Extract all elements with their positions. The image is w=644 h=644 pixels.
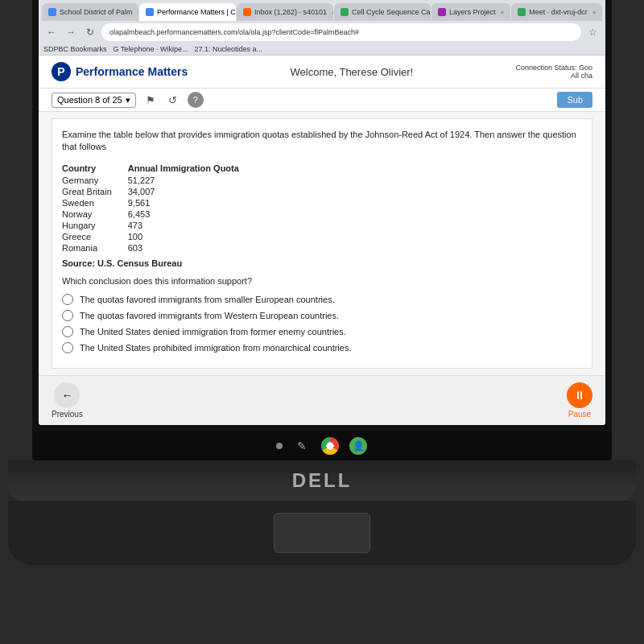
- tab-inbox[interactable]: Inbox (1,262) · s40101 ×: [237, 3, 333, 21]
- address-input[interactable]: [101, 23, 581, 41]
- radio-button-c[interactable]: [62, 326, 73, 337]
- pause-icon: ⏸: [567, 382, 592, 408]
- bookmark-nucleotides[interactable]: 27.1: Nucleotides a...: [194, 45, 262, 53]
- connection-status: Connection Status: Goo All cha: [515, 64, 592, 80]
- radio-button-d[interactable]: [62, 342, 73, 353]
- answer-option-b[interactable]: The quotas favored immigrants from Weste…: [62, 310, 582, 321]
- refresh-icon[interactable]: ↺: [165, 92, 181, 108]
- country-cell: Hungary: [62, 220, 128, 231]
- tab-layers[interactable]: Layers Project ×: [431, 3, 510, 21]
- tab-label-school: School District of Palm: [60, 8, 133, 16]
- tab-close-inbox[interactable]: ×: [332, 9, 333, 16]
- screen-bezel: School District of Palm × Performance Ma…: [32, 0, 612, 431]
- help-button[interactable]: ?: [188, 92, 204, 108]
- quota-cell: 9,561: [128, 197, 255, 208]
- table-row: Sweden9,561: [62, 197, 255, 208]
- bookmark-star[interactable]: ☆: [584, 24, 601, 40]
- pause-button[interactable]: ⏸ Pause: [567, 382, 592, 419]
- connection-status-text: Connection Status: Goo: [515, 64, 592, 72]
- forward-button[interactable]: →: [63, 24, 79, 40]
- taskbar-system-dot: [276, 443, 283, 449]
- tab-favicon-layers: [438, 8, 446, 16]
- answer-label-d: The United States prohibited immigration…: [80, 343, 351, 353]
- tab-close-school[interactable]: ×: [138, 9, 138, 16]
- reload-button[interactable]: ↻: [82, 24, 98, 40]
- answer-options: The quotas favored immigrants from small…: [62, 294, 582, 353]
- address-bar-row: ← → ↻ ☆: [39, 21, 605, 43]
- browser-ui: School District of Palm × Performance Ma…: [39, 0, 605, 56]
- radio-button-b[interactable]: [62, 310, 73, 321]
- tab-close-meet[interactable]: ×: [592, 9, 597, 16]
- answer-label-a: The quotas favored immigrants from small…: [80, 295, 335, 304]
- question-area: Examine the table below that provides im…: [52, 118, 592, 369]
- back-button[interactable]: ←: [43, 24, 60, 40]
- bookmarks-bar: SDPBC Bookmarks G Telephone · Wikipe... …: [39, 43, 605, 56]
- pm-header: P Performance Matters Welcome, Therese O…: [39, 56, 605, 89]
- table-row: Greece100: [62, 231, 255, 242]
- pm-logo-letter: P: [57, 65, 64, 78]
- table-row: Germany51,227: [62, 175, 255, 186]
- source-text: Source: U.S. Census Bureau: [62, 258, 582, 268]
- tab-label-meet: Meet · dxt-vruj-dcr: [529, 8, 588, 16]
- country-cell: Norway: [62, 208, 128, 220]
- bookmark-sdpbc[interactable]: SDPBC Bookmarks: [43, 45, 107, 53]
- question-intro: Examine the table below that provides im…: [62, 129, 582, 154]
- pm-logo: P Performance Matters: [52, 62, 188, 81]
- immigration-table: Country Annual Immigration Quota Germany…: [62, 162, 255, 254]
- answer-label-b: The quotas favored immigrants from Weste…: [80, 311, 339, 320]
- previous-button[interactable]: ← Previous: [52, 382, 83, 419]
- country-cell: Romania: [62, 242, 128, 254]
- bookmark-telephone-label: G Telephone · Wikipe...: [114, 45, 188, 53]
- tab-close-layers[interactable]: ×: [501, 9, 505, 16]
- quota-cell: 6,453: [128, 208, 255, 220]
- taskbar-user-icon[interactable]: 👤: [349, 436, 368, 456]
- previous-label: Previous: [52, 410, 83, 419]
- col-header-country: Country: [62, 162, 128, 175]
- quota-cell: 473: [128, 220, 255, 231]
- table-row: Hungary473: [62, 220, 255, 231]
- keyboard-area: [8, 501, 636, 565]
- dell-logo: DELL: [292, 469, 353, 492]
- question-selector[interactable]: Question 8 of 25 ▾: [52, 93, 136, 108]
- answer-label-c: The United States denied immigration fro…: [80, 327, 346, 336]
- flag-icon[interactable]: ⚑: [142, 92, 159, 108]
- country-cell: Greece: [62, 231, 128, 242]
- col-header-quota: Annual Immigration Quota: [128, 162, 255, 175]
- answer-option-a[interactable]: The quotas favored immigrants from small…: [62, 294, 582, 305]
- table-row: Great Britain34,007: [62, 186, 255, 197]
- all-changes-text: All cha: [515, 72, 592, 80]
- pm-logo-icon: P: [52, 62, 71, 81]
- question-selector-label: Question 8 of 25: [57, 95, 122, 105]
- answer-option-c[interactable]: The United States denied immigration fro…: [62, 326, 582, 337]
- tab-favicon-school: [48, 8, 56, 16]
- table-row: Romania603: [62, 242, 255, 254]
- question-text: Which conclusion does this information s…: [62, 276, 582, 286]
- country-cell: Sweden: [62, 197, 128, 208]
- taskbar-chrome-icon[interactable]: [321, 437, 339, 455]
- tab-favicon-pm: [146, 8, 154, 16]
- tab-favicon-meet: [518, 8, 526, 16]
- tab-performance-matters[interactable]: Performance Matters | C ×: [139, 3, 236, 21]
- radio-button-a[interactable]: [62, 294, 73, 305]
- tab-meet[interactable]: Meet · dxt-vruj-dcr ×: [511, 3, 602, 21]
- tabs-bar: School District of Palm × Performance Ma…: [39, 0, 605, 21]
- taskbar-pencil-icon[interactable]: ✎: [292, 436, 312, 456]
- submit-button[interactable]: Sub: [557, 92, 592, 108]
- tab-label-inbox: Inbox (1,262) · s40101: [254, 8, 327, 16]
- quota-cell: 51,227: [128, 175, 255, 186]
- pm-toolbar: Question 8 of 25 ▾ ⚑ ↺ ? Sub: [39, 89, 605, 112]
- tab-cell-cycle[interactable]: Cell Cycle Sequence Ca... ×: [334, 3, 431, 21]
- page-content: P Performance Matters Welcome, Therese O…: [39, 56, 605, 425]
- answer-option-d[interactable]: The United States prohibited immigration…: [62, 342, 582, 353]
- bookmark-telephone[interactable]: G Telephone · Wikipe...: [114, 45, 188, 53]
- tab-school-district[interactable]: School District of Palm ×: [42, 3, 138, 21]
- trackpad[interactable]: [274, 513, 370, 553]
- quota-cell: 603: [128, 242, 255, 254]
- pm-brand-name: Performance Matters: [76, 65, 188, 78]
- question-dropdown-arrow: ▾: [126, 95, 130, 105]
- quota-cell: 100: [128, 231, 255, 242]
- pause-label: Pause: [568, 410, 591, 419]
- welcome-text: Welcome, Therese Olivier!: [188, 66, 515, 78]
- tab-label-pm: Performance Matters | C: [157, 8, 236, 16]
- country-cell: Germany: [62, 175, 128, 186]
